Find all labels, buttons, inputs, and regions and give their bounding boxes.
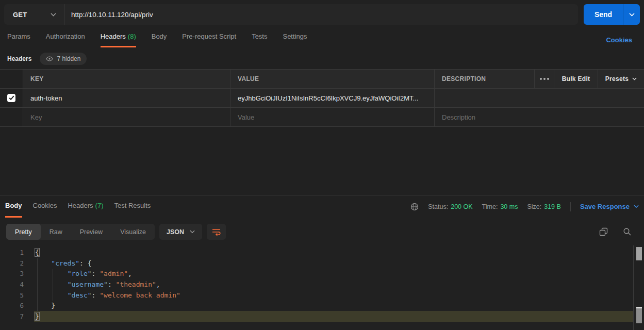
- code-line: 4 "username": "theadmin",: [0, 279, 633, 290]
- tab-pre-request-script[interactable]: Pre-request Script: [182, 32, 236, 47]
- select-all-cell: [0, 70, 23, 89]
- url-text: http://10.10.11.120/api/priv: [71, 11, 153, 19]
- column-key: KEY: [23, 70, 230, 89]
- view-switcher: Pretty Raw Preview Visualize: [6, 224, 155, 240]
- line-number: 2: [0, 259, 24, 267]
- wrap-text-icon: [212, 228, 221, 236]
- globe-icon[interactable]: [410, 203, 419, 211]
- scrollbar-cursor-marker: [636, 307, 642, 323]
- code-line: 2 "creds": {: [0, 258, 633, 269]
- editor-scrollbar[interactable]: [633, 245, 644, 330]
- send-label: Send: [595, 10, 612, 19]
- wrap-text-button[interactable]: [207, 224, 226, 240]
- chevron-down-icon: [190, 230, 195, 234]
- line-number: 7: [0, 312, 24, 320]
- status-label: Status:: [428, 203, 448, 210]
- code-line: 1{: [0, 247, 633, 258]
- size-value: 319 B: [544, 203, 561, 210]
- headers-subbar: Headers 7 hidden: [7, 53, 87, 65]
- view-visualize[interactable]: Visualize: [111, 224, 155, 240]
- code-line: 3 "role": "admin",: [0, 268, 633, 279]
- table-row-empty: Key Value Description: [0, 108, 644, 127]
- tab-tests[interactable]: Tests: [252, 32, 267, 47]
- copy-icon[interactable]: [599, 227, 608, 236]
- time-indicator: Time: 30 ms: [482, 203, 518, 210]
- header-value-field[interactable]: eyJhbGciOiJIUzI1NiIsInR5cCI6IkpXVCJ9.eyJ…: [230, 89, 435, 108]
- status-indicator: Status: 200 OK: [428, 203, 472, 210]
- view-raw[interactable]: Raw: [41, 224, 71, 240]
- line-number: 4: [0, 280, 24, 288]
- tab-params[interactable]: Params: [7, 32, 30, 47]
- column-description: DESCRIPTION: [435, 70, 535, 89]
- send-options-button[interactable]: [623, 4, 640, 25]
- header-key-field[interactable]: auth-token: [23, 89, 230, 108]
- row-checkbox-cell: [0, 108, 23, 127]
- more-actions-cell: [535, 70, 554, 89]
- tab-authorization[interactable]: Authorization: [46, 32, 85, 47]
- method-label: GET: [13, 11, 27, 19]
- size-label: Size:: [527, 203, 541, 210]
- presets-dropdown[interactable]: Presets: [598, 70, 644, 89]
- format-dropdown[interactable]: JSON: [159, 224, 202, 240]
- postman-window: GET http://10.10.11.120/api/priv Send Pa…: [0, 0, 644, 330]
- response-tab-cookies[interactable]: Cookies: [33, 195, 57, 218]
- table-row: auth-token eyJhbGciOiJIUzI1NiIsInR5cCI6I…: [0, 89, 644, 108]
- new-description-field[interactable]: Description: [435, 108, 644, 127]
- response-tab-test-results[interactable]: Test Results: [114, 195, 151, 218]
- headers-table-header: KEY VALUE DESCRIPTION Bulk Edit Presets: [0, 70, 644, 89]
- hidden-headers-toggle[interactable]: 7 hidden: [40, 53, 87, 65]
- tab-body[interactable]: Body: [152, 32, 167, 47]
- meta-separator: [570, 202, 571, 211]
- cookies-link[interactable]: Cookies: [606, 36, 632, 44]
- response-meta: Status: 200 OK Time: 30 ms Size: 319 B S…: [410, 195, 639, 218]
- tab-headers[interactable]: Headers(8): [101, 32, 136, 47]
- chevron-down-icon: [634, 205, 639, 208]
- column-value: VALUE: [230, 70, 435, 89]
- header-description-field[interactable]: [435, 89, 644, 108]
- line-number: 3: [0, 270, 24, 277]
- send-split-button: Send: [584, 4, 640, 25]
- time-label: Time:: [482, 203, 498, 210]
- status-value: 200 OK: [451, 203, 472, 210]
- response-headers-count: (7): [95, 202, 104, 209]
- time-value: 30 ms: [500, 203, 518, 210]
- code-line: 5 "desc": "welcome back admin": [0, 290, 633, 301]
- toolbar-right: [599, 224, 638, 240]
- response-tabs: Body Cookies Headers(7) Test Results Sta…: [5, 195, 639, 218]
- line-number: 6: [0, 302, 24, 309]
- send-button[interactable]: Send: [584, 4, 623, 25]
- code-line: 7}: [0, 311, 633, 322]
- response-tab-headers[interactable]: Headers(7): [68, 195, 103, 218]
- bulk-edit-button[interactable]: Bulk Edit: [554, 70, 598, 89]
- response-toolbar: Pretty Raw Preview Visualize JSON: [6, 224, 638, 240]
- eye-icon: [46, 56, 53, 61]
- method-selector[interactable]: GET: [4, 4, 64, 25]
- view-preview[interactable]: Preview: [71, 224, 111, 240]
- search-icon[interactable]: [623, 227, 632, 236]
- url-input[interactable]: http://10.10.11.120/api/priv: [64, 4, 578, 25]
- scrollbar-thumb[interactable]: [636, 247, 642, 260]
- new-value-field[interactable]: Value: [230, 108, 435, 127]
- line-number: 5: [0, 291, 24, 299]
- headers-count: (8): [128, 32, 136, 40]
- line-number: 1: [0, 249, 24, 256]
- response-editor[interactable]: 1{2 "creds": {3 "role": "admin",4 "usern…: [0, 245, 633, 330]
- indent-guide: [53, 269, 53, 301]
- indent-guide: [37, 258, 38, 311]
- tab-settings[interactable]: Settings: [283, 32, 307, 47]
- size-indicator: Size: 319 B: [527, 203, 560, 210]
- chevron-down-icon: [629, 13, 635, 16]
- more-actions-icon[interactable]: [540, 78, 549, 80]
- view-pretty[interactable]: Pretty: [6, 224, 41, 240]
- row-checkbox-cell: [0, 89, 23, 108]
- request-tabs: Params Authorization Headers(8) Body Pre…: [7, 32, 307, 47]
- row-checkbox[interactable]: [7, 94, 15, 102]
- response-tab-body[interactable]: Body: [5, 195, 22, 218]
- hidden-headers-label: 7 hidden: [57, 55, 80, 62]
- save-response-button[interactable]: Save Response: [580, 203, 639, 210]
- headers-table: KEY VALUE DESCRIPTION Bulk Edit Presets …: [0, 69, 644, 127]
- chevron-down-icon: [51, 13, 56, 16]
- new-key-field[interactable]: Key: [23, 108, 230, 127]
- request-url-bar: GET http://10.10.11.120/api/priv Send: [4, 4, 640, 25]
- url-container: GET http://10.10.11.120/api/priv: [4, 4, 578, 25]
